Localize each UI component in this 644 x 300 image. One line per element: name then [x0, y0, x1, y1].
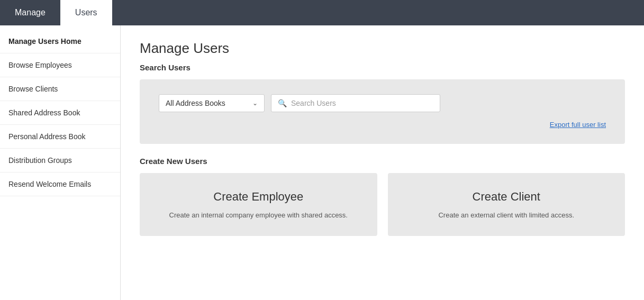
sidebar-item-shared-address-book[interactable]: Shared Address Book — [0, 101, 120, 125]
create-client-desc: Create an external client with limited a… — [401, 211, 613, 219]
sidebar-item-resend-welcome-emails[interactable]: Resend Welcome Emails — [0, 172, 120, 196]
create-client-title: Create Client — [401, 190, 613, 204]
search-icon: 🔍 — [278, 99, 287, 107]
create-employee-desc: Create an internal company employee with… — [152, 211, 365, 219]
sidebar: Manage Users Home Browse Employees Brows… — [0, 25, 121, 300]
sidebar-item-browse-employees[interactable]: Browse Employees — [0, 53, 120, 77]
export-full-user-list-link[interactable]: Export full user list — [550, 121, 606, 129]
sidebar-item-distribution-groups[interactable]: Distribution Groups — [0, 149, 120, 172]
search-input-wrapper: 🔍 — [271, 94, 440, 112]
create-section-title: Create New Users — [140, 157, 625, 166]
address-book-select-value: All Address Books — [166, 99, 225, 107]
create-cards: Create Employee Create an internal compa… — [140, 173, 625, 236]
create-client-card[interactable]: Create Client Create an external client … — [388, 173, 625, 236]
search-section-title: Search Users — [140, 63, 625, 72]
sidebar-item-browse-clients[interactable]: Browse Clients — [0, 77, 120, 101]
create-employee-title: Create Employee — [152, 190, 365, 204]
top-nav: Manage Users — [0, 0, 644, 25]
sidebar-item-manage-users-home[interactable]: Manage Users Home — [0, 30, 120, 53]
search-area: All Address Books ⌄ 🔍 Export full user l… — [140, 79, 625, 144]
nav-users[interactable]: Users — [60, 0, 112, 25]
address-book-select[interactable]: All Address Books ⌄ — [159, 94, 265, 112]
create-employee-card[interactable]: Create Employee Create an internal compa… — [140, 173, 377, 236]
main-content: Manage Users Search Users All Address Bo… — [121, 25, 644, 300]
search-input[interactable] — [291, 99, 433, 107]
page-title: Manage Users — [140, 40, 625, 57]
sidebar-item-personal-address-book[interactable]: Personal Address Book — [0, 125, 120, 149]
search-controls: All Address Books ⌄ 🔍 — [159, 94, 606, 112]
layout: Manage Users Home Browse Employees Brows… — [0, 25, 644, 300]
nav-manage[interactable]: Manage — [0, 0, 60, 25]
export-link-row: Export full user list — [159, 120, 606, 129]
chevron-down-icon: ⌄ — [252, 99, 258, 107]
